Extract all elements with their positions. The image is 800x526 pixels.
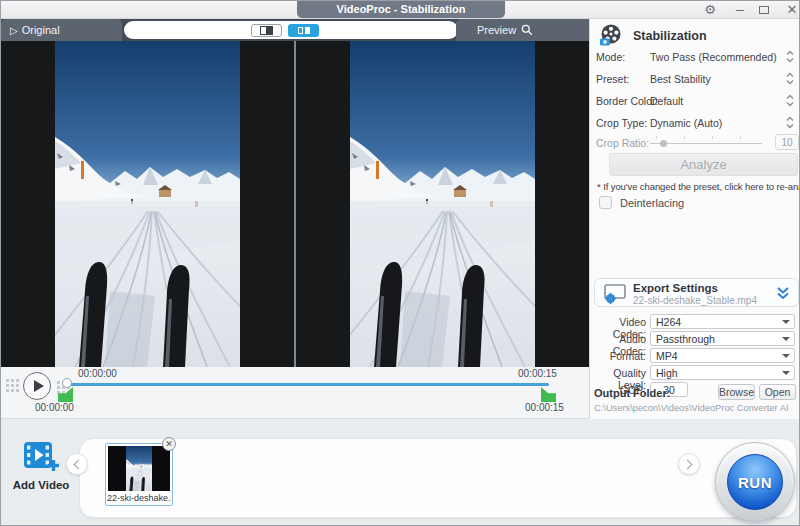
export-settings-card[interactable]: Export Settings 22-ski-deshake_Stable.mp… bbox=[594, 278, 799, 307]
deinterlacing-row: Deinterlacing bbox=[599, 196, 684, 209]
format-select[interactable]: MP4 bbox=[650, 348, 795, 363]
spinner-icon[interactable] bbox=[786, 72, 794, 85]
original-video-frame bbox=[55, 41, 240, 367]
play-icon bbox=[34, 380, 44, 392]
add-video-button[interactable]: Add Video bbox=[12, 441, 70, 491]
dropdown-caret-icon bbox=[782, 320, 790, 324]
timeline-track[interactable] bbox=[68, 383, 549, 386]
split-view-icon bbox=[260, 26, 273, 35]
spinner-icon[interactable] bbox=[786, 94, 794, 107]
preset-select[interactable]: Best Stability bbox=[650, 73, 711, 85]
close-button[interactable]: ✕ bbox=[783, 2, 800, 18]
play-button[interactable] bbox=[23, 372, 51, 400]
remove-clip-icon[interactable]: ✕ bbox=[162, 437, 176, 451]
add-video-icon bbox=[22, 441, 60, 473]
video-codec-select[interactable]: H264 bbox=[650, 314, 795, 329]
run-button[interactable]: RUN bbox=[727, 454, 783, 510]
export-settings-title: Export Settings bbox=[633, 282, 718, 294]
open-button[interactable]: Open bbox=[759, 384, 796, 400]
crop-ratio-label: Crop Ratio: bbox=[596, 137, 649, 149]
minimize-button[interactable]: – bbox=[731, 2, 749, 18]
side-by-side-view-button[interactable] bbox=[288, 24, 319, 37]
preset-row: Preset: Best Stability bbox=[596, 71, 796, 87]
scroll-right-button[interactable] bbox=[678, 453, 700, 475]
browse-button[interactable]: Browse bbox=[718, 384, 755, 400]
clip-name: 22-ski-deshake.m bbox=[107, 493, 171, 503]
run-button-bezel: RUN bbox=[715, 442, 795, 522]
preset-label: Preset: bbox=[596, 73, 629, 85]
media-tray: Add Video 22-ski-deshake.m ✕ RUN bbox=[1, 419, 800, 526]
reanalyze-note: * If you've changed the preset, click he… bbox=[597, 181, 799, 192]
format-row: Format: MP4 bbox=[590, 348, 800, 363]
pane-divider bbox=[294, 41, 296, 367]
clip-thumbnail-image bbox=[108, 446, 170, 491]
single-compare-view-button[interactable] bbox=[251, 24, 282, 37]
mode-row: Mode: Two Pass (Recommended) bbox=[596, 49, 796, 65]
collapse-chevrons-icon[interactable] bbox=[776, 286, 790, 300]
maximize-button[interactable] bbox=[755, 2, 773, 18]
title-bar: VideoProc - Stabilization ⚙ – ✕ bbox=[1, 1, 799, 19]
quality-level-row: Quality Level: High bbox=[590, 365, 800, 380]
dropdown-caret-icon bbox=[782, 371, 790, 375]
scroll-left-button[interactable] bbox=[66, 453, 88, 475]
compare-right-icon bbox=[305, 27, 310, 34]
border-color-row: Border Color: Default bbox=[596, 93, 796, 109]
timeline-start-time: 00:00:00 bbox=[78, 368, 117, 379]
deinterlacing-label: Deinterlacing bbox=[620, 197, 684, 209]
crop-type-label: Crop Type: bbox=[596, 117, 647, 129]
dropdown-caret-icon bbox=[782, 354, 790, 358]
play-outline-icon: ▷ bbox=[10, 25, 18, 36]
original-video-pane[interactable] bbox=[1, 41, 294, 367]
preview-toolbar: ▷Original Preview bbox=[1, 19, 589, 41]
compare-left-icon bbox=[298, 27, 303, 34]
video-codec-row: Video Codec: H264 bbox=[590, 314, 800, 329]
analyze-button[interactable]: Analyze bbox=[609, 153, 798, 176]
stabilized-video-frame bbox=[350, 41, 535, 367]
clip-list-card bbox=[79, 438, 797, 518]
stabilization-panel: Stabilization Mode: Two Pass (Recommende… bbox=[589, 19, 800, 425]
tab-preview[interactable]: Preview bbox=[456, 19, 589, 41]
crop-ratio-row: Crop Ratio: 10 bbox=[590, 134, 800, 152]
spinner-icon[interactable] bbox=[786, 50, 794, 63]
stabilized-video-pane[interactable] bbox=[296, 41, 589, 367]
settings-gear-icon[interactable]: ⚙ bbox=[701, 2, 719, 18]
format-label: Format: bbox=[590, 350, 646, 362]
film-reel-icon bbox=[598, 23, 624, 49]
audio-codec-row: Audio Codec: Passthrough bbox=[590, 331, 800, 346]
add-video-label: Add Video bbox=[12, 479, 70, 491]
clip-thumbnail[interactable]: 22-ski-deshake.m ✕ bbox=[105, 443, 173, 506]
window-title: VideoProc - Stabilization bbox=[297, 1, 505, 18]
crop-ratio-value[interactable]: 10 bbox=[775, 134, 799, 150]
tab-original[interactable]: ▷Original bbox=[1, 19, 122, 41]
frame-grid-icon-left[interactable] bbox=[6, 379, 19, 392]
deinterlacing-checkbox[interactable] bbox=[599, 196, 612, 209]
trim-end-time: 00:00:15 bbox=[525, 402, 564, 413]
trim-start-time: 00:00:00 bbox=[35, 402, 74, 413]
chevron-right-icon bbox=[683, 460, 693, 470]
app-window: VideoProc - Stabilization ⚙ – ✕ ▷Origina… bbox=[0, 0, 800, 526]
dropdown-caret-icon bbox=[782, 337, 790, 341]
mode-label: Mode: bbox=[596, 51, 625, 63]
output-folder-label: Output Folder: bbox=[594, 387, 670, 399]
audio-codec-select[interactable]: Passthrough bbox=[650, 331, 795, 346]
magnifier-icon bbox=[521, 24, 533, 36]
crop-ratio-slider-thumb[interactable] bbox=[660, 140, 667, 147]
export-filename: 22-ski-deshake_Stable.mp4 bbox=[633, 295, 757, 306]
panel-title: Stabilization bbox=[633, 29, 707, 43]
spinner-icon[interactable] bbox=[786, 116, 794, 129]
quality-level-select[interactable]: High bbox=[650, 365, 795, 380]
clip-frame bbox=[126, 446, 152, 491]
view-mode-pill bbox=[124, 21, 458, 39]
chevron-left-icon bbox=[74, 460, 84, 470]
border-color-select[interactable]: Default bbox=[650, 95, 683, 107]
playhead[interactable] bbox=[62, 378, 72, 388]
export-settings-icon bbox=[602, 283, 628, 305]
crop-type-row: Crop Type: Dynamic (Auto) bbox=[596, 115, 796, 131]
mode-select[interactable]: Two Pass (Recommended) bbox=[650, 51, 777, 63]
crop-type-select[interactable]: Dynamic (Auto) bbox=[650, 117, 722, 129]
timeline-end-time: 00:00:15 bbox=[518, 368, 557, 379]
timeline-strip: 00:00:00 00:00:15 00:00:00 00:00:15 bbox=[1, 367, 589, 419]
output-folder-path: C:\Users\pecon\Videos\VideoProc Converte… bbox=[594, 403, 788, 413]
trim-handle-end[interactable] bbox=[541, 387, 556, 402]
